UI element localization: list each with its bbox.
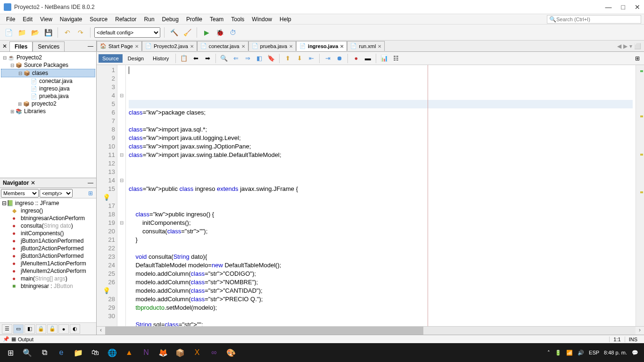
project-tree[interactable]: ⊟☕ Proyecto2 ⊟📦 Source Packages ⊟📦 clase…	[0, 52, 96, 178]
app-icon[interactable]: 📦	[172, 344, 189, 361]
xampp-icon[interactable]: X	[189, 344, 206, 361]
tree-libraries[interactable]: ⊞📚 Libraries	[1, 107, 95, 115]
projects-close-icon[interactable]: ✕	[0, 43, 9, 49]
minimize-button[interactable]: —	[605, 3, 612, 11]
close-icon[interactable]: ✕	[241, 44, 245, 49]
vs-icon[interactable]: ∞	[206, 344, 223, 361]
shift-right-icon[interactable]: ⇥	[322, 53, 333, 64]
clock[interactable]: 8:48 p. m.	[604, 350, 627, 355]
tree-file-prueba[interactable]: 📄 prueba.java	[1, 92, 95, 100]
tree-file-ingreso[interactable]: 📄 ingreso.java	[1, 85, 95, 92]
new-file-button[interactable]: 📄	[3, 27, 14, 38]
config-select[interactable]: <default config>	[94, 27, 160, 38]
menu-view[interactable]: View	[37, 15, 56, 24]
stop-macro-icon[interactable]: ●	[351, 53, 361, 64]
tab-ingreso[interactable]: 📄ingreso.java✕	[296, 41, 347, 51]
tab-prev-icon[interactable]: ◀	[617, 43, 621, 49]
vertical-scrollbar[interactable]	[636, 65, 644, 326]
tab-conectar[interactable]: 📄conectar.java✕	[197, 41, 248, 51]
menu-profile[interactable]: Profile	[183, 15, 206, 24]
view-history-button[interactable]: History	[149, 54, 173, 63]
clean-build-button[interactable]: 🧹	[182, 27, 193, 38]
nav-item[interactable]: ●jButton3ActionPerformed	[1, 252, 95, 260]
tree-package-clases[interactable]: ⊟📦 clases	[1, 69, 95, 77]
tab-services[interactable]: Services	[33, 41, 65, 51]
prev-bookmark-icon[interactable]: ⬆	[282, 53, 293, 64]
run-button[interactable]: ▶	[201, 27, 212, 38]
view-design-button[interactable]: Design	[124, 54, 148, 63]
back-icon[interactable]: ⬅	[190, 53, 201, 64]
scroll-thumb[interactable]	[105, 327, 423, 335]
nav-item[interactable]: ●initComponents()	[1, 230, 95, 237]
tab-next-icon[interactable]: ▶	[623, 43, 627, 49]
menu-run[interactable]: Run	[141, 15, 158, 24]
split-icon[interactable]: ⊞	[633, 55, 642, 62]
menu-refactor[interactable]: Refactor	[112, 15, 140, 24]
nav-filter-4[interactable]: 🔒	[36, 324, 46, 334]
close-icon[interactable]: ✕	[378, 44, 381, 49]
build-button[interactable]: 🔨	[168, 27, 180, 38]
new-project-button[interactable]: 📁	[16, 27, 27, 38]
pin-icon[interactable]: 📌	[3, 336, 9, 342]
onenote-icon[interactable]: N	[138, 344, 155, 361]
forward-icon[interactable]: ➡	[202, 53, 213, 64]
scroll-right-icon[interactable]: ›	[636, 327, 644, 335]
menu-edit[interactable]: Edit	[19, 15, 36, 24]
panel-minimize-icon[interactable]: —	[85, 43, 96, 49]
nav-item[interactable]: ●consulta(String dato)	[1, 222, 95, 230]
profile-button[interactable]: ⏱	[227, 27, 239, 38]
tray-chevron-icon[interactable]: ˄	[547, 350, 550, 356]
nav-filter-3[interactable]: ◧	[25, 324, 35, 334]
menu-tools[interactable]: Tools	[228, 15, 248, 24]
wifi-icon[interactable]: 📶	[566, 350, 573, 356]
menu-help[interactable]: Help	[276, 15, 295, 24]
debug-button[interactable]: 🐞	[214, 27, 225, 38]
nav-filter-6[interactable]: ●	[58, 324, 69, 334]
taskbar-search-icon[interactable]: 🔍	[19, 344, 36, 361]
paint-icon[interactable]: 🎨	[223, 344, 239, 361]
undo-button[interactable]: ↶	[62, 27, 73, 38]
navigator-options-icon[interactable]: ⊞	[86, 190, 95, 197]
members-select[interactable]: Members	[1, 189, 39, 197]
uncomment-icon[interactable]: 📊	[379, 53, 389, 64]
redo-button[interactable]: ↷	[75, 27, 86, 38]
tree-project-root[interactable]: ⊟☕ Proyecto2	[1, 54, 95, 61]
search-input[interactable]	[556, 16, 639, 22]
menu-file[interactable]: File	[3, 15, 18, 24]
edge-icon[interactable]: e	[53, 344, 70, 361]
filter-select[interactable]: <empty>	[40, 189, 73, 197]
nav-root[interactable]: ⊟📗 ingreso :: JFrame	[1, 199, 95, 207]
toggle-highlight-icon[interactable]: ◧	[254, 53, 264, 64]
toggle-bookmark-icon[interactable]: 🔖	[266, 53, 276, 64]
open-project-button[interactable]: 📂	[29, 27, 41, 38]
output-button[interactable]: ▦ Output	[11, 336, 33, 342]
close-button[interactable]: ✕	[635, 3, 640, 11]
go-to-icon[interactable]: ☷	[391, 53, 401, 64]
battery-icon[interactable]: 🔋	[555, 350, 561, 356]
find-prev-icon[interactable]: ⇐	[231, 53, 241, 64]
vlc-icon[interactable]: ▲	[121, 344, 138, 361]
comment-icon[interactable]: ▬	[363, 53, 373, 64]
nav-item[interactable]: ●jMenuItem1ActionPerform	[1, 260, 95, 267]
global-search[interactable]: 🔍	[547, 15, 641, 24]
store-icon[interactable]: 🛍	[87, 344, 104, 361]
nav-item[interactable]: ●jButton2ActionPerformed	[1, 245, 95, 252]
next-bookmark-icon[interactable]: ⬇	[294, 53, 305, 64]
close-icon[interactable]: ✕	[190, 44, 194, 49]
menu-debug[interactable]: Debug	[159, 15, 182, 24]
save-all-button[interactable]: 💾	[42, 27, 54, 38]
nav-item[interactable]: ●main(String[] args)	[1, 275, 95, 282]
menu-window[interactable]: Window	[248, 15, 275, 24]
nav-filter-7[interactable]: ◐	[70, 324, 80, 334]
nav-item[interactable]: ●jMenuItem2ActionPerform	[1, 267, 95, 275]
nav-filter-2[interactable]: ▭	[13, 324, 24, 334]
tab-prueba[interactable]: 📄prueba.java✕	[248, 41, 297, 51]
menu-source[interactable]: Source	[86, 15, 111, 24]
nav-item[interactable]: ◆ingreso()	[1, 207, 95, 214]
close-icon[interactable]: ✕	[289, 44, 293, 49]
navigator-close-icon[interactable]: ✕	[31, 180, 35, 186]
nav-filter-5[interactable]: 🔓	[47, 324, 58, 334]
tree-source-packages[interactable]: ⊟📦 Source Packages	[1, 61, 95, 69]
explorer-icon[interactable]: 📁	[70, 344, 87, 361]
notifications-icon[interactable]: 💬	[632, 350, 638, 356]
